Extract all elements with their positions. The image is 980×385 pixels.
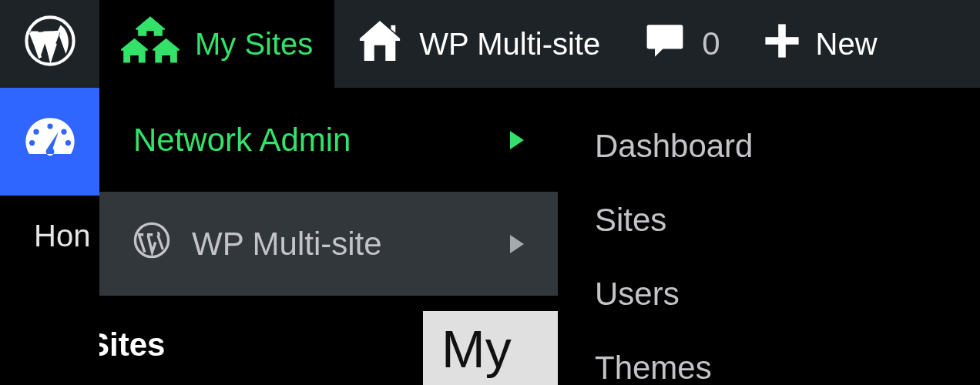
comments-menu[interactable]: 0 xyxy=(622,0,741,88)
site-name-label: WP Multi-site xyxy=(419,27,600,62)
comments-count: 0 xyxy=(702,25,720,62)
site-item[interactable]: WP Multi-site xyxy=(99,192,558,296)
network-admin-item[interactable]: Network Admin xyxy=(99,88,558,192)
new-content-menu[interactable]: New xyxy=(742,0,899,88)
wordpress-icon xyxy=(24,15,76,74)
comment-icon xyxy=(643,21,686,68)
site-name-menu[interactable]: WP Multi-site xyxy=(334,0,622,88)
dashboard-icon xyxy=(22,112,78,171)
home-icon xyxy=(356,18,404,70)
network-admin-submenu: Dashboard Sites Users Themes xyxy=(558,88,980,385)
admin-sidebar: Hon xyxy=(0,88,99,385)
submenu-item-users[interactable]: Users xyxy=(558,257,980,331)
submenu-item-dashboard[interactable]: Dashboard xyxy=(558,109,980,183)
chevron-right-icon xyxy=(510,131,524,149)
my-sites-label: My Sites xyxy=(195,27,313,62)
content-panel-heading: My xyxy=(423,311,562,385)
wp-logo-button[interactable] xyxy=(0,0,99,88)
sidebar-item-dashboard[interactable] xyxy=(0,88,99,196)
new-label: New xyxy=(816,27,878,62)
network-admin-label: Network Admin xyxy=(133,122,351,159)
my-sites-menu[interactable]: My Sites xyxy=(99,0,334,88)
site-item-label: WP Multi-site xyxy=(192,226,382,263)
houses-icon xyxy=(121,15,180,73)
my-sites-dropdown: Network Admin WP Multi-site xyxy=(99,88,558,296)
wordpress-icon xyxy=(133,222,170,266)
sidebar-item-home[interactable]: Hon xyxy=(0,196,99,253)
admin-bar: My Sites WP Multi-site 0 New xyxy=(0,0,980,88)
svg-rect-2 xyxy=(765,37,798,45)
plus-icon xyxy=(764,22,800,66)
chevron-right-icon xyxy=(510,235,524,253)
submenu-item-themes[interactable]: Themes xyxy=(558,331,980,385)
submenu-item-sites[interactable]: Sites xyxy=(558,183,980,257)
